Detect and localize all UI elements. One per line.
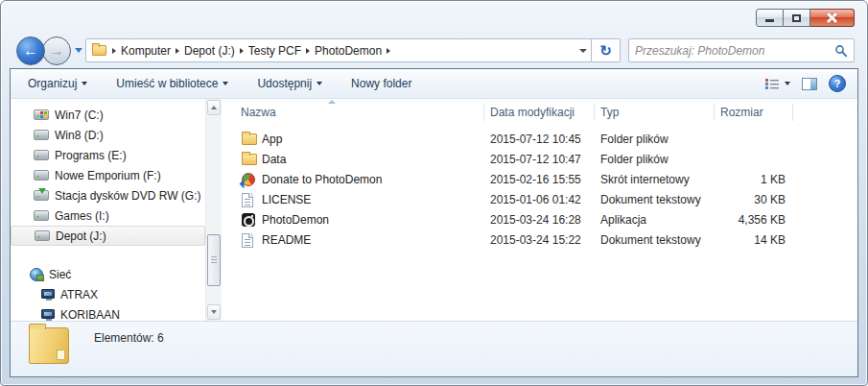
command-toolbar: Organizuj Umieść w bibliotece Udostępnij… [11, 69, 857, 99]
share-label: Udostępnij [257, 77, 312, 90]
file-row-data[interactable]: Data 2015-07-12 10:47 Folder plików [222, 150, 857, 170]
sidebar-section-gap [11, 246, 205, 264]
scroll-up-button[interactable] [207, 100, 221, 115]
sidebar-item-label: Depot (J:) [56, 229, 106, 243]
file-size: 4,356 KB [696, 213, 786, 227]
include-in-library-label: Umieść w bibliotece [116, 77, 218, 90]
search-input[interactable] [635, 44, 834, 58]
network-icon [30, 268, 43, 281]
sidebar-item-label: Games (I:) [55, 209, 109, 223]
text-document-icon [242, 193, 253, 207]
sidebar-item-nowe-emporium-f[interactable]: Nowe Emporium (F:) [11, 165, 205, 185]
main-area: Win7 (C:) Win8 (D:) Programs (E:) Nowe E… [11, 99, 857, 321]
new-folder-label: Nowy folder [351, 77, 411, 90]
address-dropdown-icon[interactable] [579, 49, 587, 53]
column-header-modified[interactable]: Data modyfikacji [490, 106, 575, 119]
client-area: Organizuj Umieść w bibliotece Udostępnij… [10, 68, 858, 377]
text-document-icon [242, 233, 253, 248]
sidebar-item-label: Stacja dysków DVD RW (G:) [55, 189, 200, 203]
sidebar-item-label: Programs (E:) [55, 149, 127, 162]
sidebar-item-win7-c[interactable]: Win7 (C:) [11, 105, 205, 125]
search-icon[interactable] [834, 44, 848, 58]
folder-icon [242, 133, 257, 145]
recent-pages-dropdown-icon[interactable] [75, 48, 82, 53]
sidebar-list: Win7 (C:) Win8 (D:) Programs (E:) Nowe E… [11, 105, 205, 325]
address-bar[interactable]: Komputer Depot (J:) Testy PCF PhotoDemon [85, 38, 592, 62]
file-name: README [262, 233, 311, 247]
drive-icon [34, 210, 49, 221]
breadcrumb-item-testy-pcf[interactable]: Testy PCF [246, 44, 304, 58]
folder-icon [29, 327, 69, 364]
list-view-icon [764, 78, 780, 90]
column-divider[interactable] [714, 104, 715, 121]
help-button[interactable]: ? [829, 75, 846, 92]
file-name: LICENSE [262, 193, 311, 206]
drive-icon [34, 130, 49, 140]
sidebar-item-programs-e[interactable]: Programs (E:) [11, 145, 205, 165]
breadcrumb-separator-icon [176, 48, 179, 54]
preview-pane-button[interactable] [802, 78, 817, 90]
address-folder-icon [92, 45, 106, 56]
sidebar-item-depot-j[interactable]: Depot (J:) [11, 226, 205, 246]
refresh-button[interactable]: ↻ [592, 38, 621, 62]
restore-button[interactable] [784, 9, 810, 27]
arrow-down-icon [211, 310, 217, 314]
breadcrumb-separator-icon [240, 48, 244, 54]
file-modified: 2015-03-24 15:22 [490, 233, 581, 247]
sidebar-item-games-i[interactable]: Games (I:) [11, 205, 205, 226]
file-row-donate[interactable]: Donate to PhotoDemon 2015-02-16 15:55 Sk… [222, 170, 857, 190]
file-modified: 2015-03-24 16:28 [490, 213, 581, 227]
file-row-app[interactable]: App 2015-07-12 10:45 Folder plików [222, 130, 857, 150]
column-divider[interactable] [792, 104, 793, 121]
sidebar-item-network[interactable]: Sieć [11, 264, 205, 284]
sidebar-item-atrax[interactable]: ATRAX [11, 284, 205, 304]
file-size: 30 KB [696, 193, 786, 206]
forward-button[interactable]: → [42, 36, 71, 65]
minimize-button[interactable] [756, 9, 784, 27]
close-button[interactable] [810, 9, 855, 27]
breadcrumb-item-photodemon[interactable]: PhotoDemon [312, 44, 385, 58]
explorer-window: ← → Komputer Depot (J:) Testy PCF PhotoD… [0, 0, 868, 386]
file-row-license[interactable]: LICENSE 2015-01-06 01:42 Dokument teksto… [222, 190, 857, 210]
back-button[interactable]: ← [16, 36, 45, 65]
organize-label: Organizuj [28, 77, 77, 90]
breadcrumb-separator-icon [112, 48, 116, 54]
breadcrumb-separator-icon [306, 48, 310, 54]
breadcrumb-separator-icon [387, 48, 390, 54]
column-header-size[interactable]: Rozmiar [720, 106, 763, 119]
dvd-drive-icon [34, 190, 49, 201]
include-in-library-button[interactable]: Umieść w bibliotece [106, 73, 238, 94]
change-view-button[interactable] [764, 78, 790, 90]
drive-icon [34, 150, 49, 160]
chevron-down-icon [223, 82, 228, 85]
computer-icon [41, 289, 55, 299]
close-icon [827, 12, 837, 23]
internet-shortcut-icon [242, 173, 255, 186]
file-type: Folder plików [600, 133, 669, 146]
column-divider[interactable] [483, 104, 484, 121]
file-rows: App 2015-07-12 10:45 Folder plików Data … [222, 130, 857, 251]
sidebar-item-win8-d[interactable]: Win8 (D:) [11, 125, 205, 145]
column-headers: Nazwa Data modyfikacji Typ Rozmiar [222, 99, 857, 126]
new-folder-button[interactable]: Nowy folder [341, 73, 421, 94]
organize-button[interactable]: Organizuj [18, 73, 97, 94]
sort-ascending-icon [328, 100, 336, 104]
scrollbar-thumb[interactable] [207, 234, 221, 286]
file-name: Data [262, 153, 286, 166]
file-type: Folder plików [600, 153, 669, 166]
breadcrumb-item-komputer[interactable]: Komputer [118, 44, 174, 58]
column-divider[interactable] [594, 104, 595, 121]
file-name: PhotoDemon [262, 213, 329, 227]
sidebar-scrollbar[interactable] [205, 99, 222, 321]
file-type: Dokument tekstowy [600, 193, 701, 206]
share-button[interactable]: Udostępnij [247, 73, 332, 94]
file-row-readme[interactable]: README 2015-03-24 15:22 Dokument tekstow… [222, 230, 857, 251]
scroll-down-button[interactable] [207, 304, 221, 320]
sidebar-item-dvd-g[interactable]: Stacja dysków DVD RW (G:) [11, 185, 205, 205]
breadcrumb-item-depot[interactable]: Depot (J:) [181, 44, 238, 58]
file-row-photodemon[interactable]: PhotoDemon 2015-03-24 16:28 Aplikacja 4,… [222, 210, 857, 230]
column-header-type[interactable]: Typ [600, 106, 619, 119]
column-header-name[interactable]: Nazwa [241, 106, 276, 119]
file-name: Donate to PhotoDemon [262, 173, 382, 186]
drive-icon [34, 170, 49, 181]
